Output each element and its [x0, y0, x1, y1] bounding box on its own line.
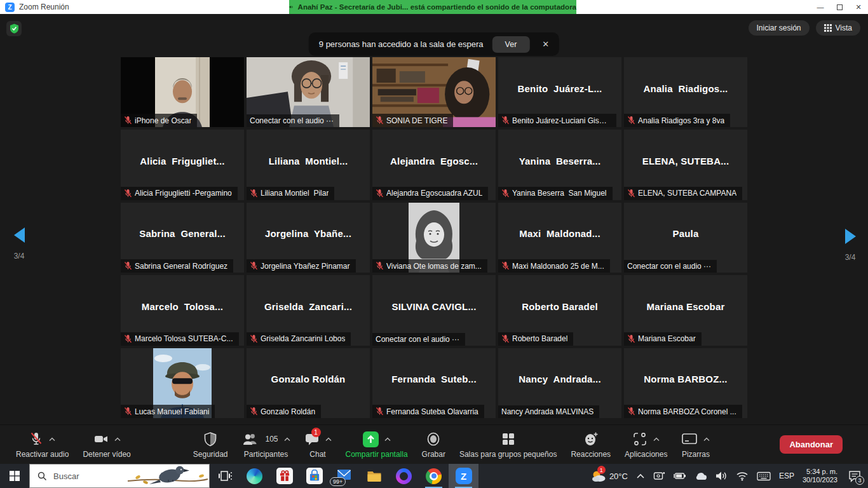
action-center-button[interactable]: 3 [841, 464, 868, 488]
toast-view-button[interactable]: Ver [492, 36, 530, 53]
participant-tile[interactable]: Gonzalo Roldán Gonzalo Roldán [247, 348, 370, 418]
participant-tile[interactable]: Roberto Baradel Roberto Baradel [498, 275, 621, 345]
reactions-button[interactable]: Reacciones [571, 431, 611, 459]
participant-tile[interactable]: Viviana Ote lomas de zam... [372, 203, 496, 273]
search-input[interactable] [53, 471, 130, 481]
minimize-button[interactable]: — [811, 0, 830, 14]
touch-keyboard-button[interactable] [757, 471, 771, 481]
chrome-app-button[interactable] [419, 464, 449, 488]
search-icon [37, 471, 47, 481]
wifi-status[interactable] [736, 471, 749, 481]
record-label: Grabar [422, 450, 445, 459]
chevron-up-icon[interactable] [49, 437, 55, 442]
chevron-up-icon[interactable] [703, 437, 710, 442]
gift-app-button[interactable] [269, 464, 299, 488]
prev-page-button[interactable] [14, 227, 25, 243]
participant-tile[interactable]: Norma BARBOZ... Norma BARBOZA Coronel ..… [624, 348, 747, 418]
participant-tile[interactable]: Analia Riadigos... Analia Riadigos 3ra y… [624, 57, 747, 127]
chevron-up-icon[interactable] [284, 437, 290, 442]
whiteboards-button[interactable]: Pizarras [681, 431, 710, 459]
share-screen-button[interactable]: Compartir pantalla [346, 431, 408, 459]
office-app-button[interactable] [389, 464, 419, 488]
participant-tile[interactable]: Paula Conectar con el audio ··· [624, 203, 747, 273]
chevron-up-icon[interactable] [325, 437, 332, 442]
whiteboard-icon [681, 432, 698, 446]
onedrive-status[interactable] [695, 471, 707, 481]
apps-button[interactable]: Aplicaciones [625, 431, 667, 459]
participant-tile[interactable]: Conectar con el audio ··· [247, 57, 370, 127]
file-explorer-button[interactable] [359, 464, 389, 488]
tray-overflow-button[interactable] [636, 473, 645, 479]
participant-tile[interactable]: Alicia Frigugliet... Alicia Friguglietti… [121, 130, 244, 200]
chat-label: Chat [309, 450, 325, 459]
edge-icon [247, 468, 262, 484]
view-button[interactable]: Vista [816, 20, 860, 36]
participant-tile[interactable]: Alejandra Egosc... Alejandra Egoscuadra … [372, 130, 496, 200]
participant-tile[interactable]: Liliana Montiel... Liliana Montiel Pilar [247, 130, 370, 200]
participant-name: Maxi Maldonad... [498, 228, 621, 239]
participant-tile[interactable]: Yanina Beserra... Yanina Beserra San Mig… [498, 130, 621, 200]
participant-tile[interactable]: Maxi Maldonad... Maxi Maldonado 25 de M.… [498, 203, 621, 273]
chevron-up-icon[interactable] [653, 437, 660, 442]
start-button[interactable] [0, 464, 29, 488]
security-button[interactable]: Seguridad [193, 431, 228, 459]
participant-tile[interactable]: iPhone de Oscar [121, 57, 244, 127]
battery-status[interactable] [674, 471, 686, 481]
participant-tile[interactable]: Griselda Zancari... Griselda Zancarini L… [247, 275, 370, 345]
participant-label-text: SONIA DE TIGRE [386, 116, 447, 125]
cloud-icon [695, 471, 707, 481]
muted-mic-icon [376, 261, 384, 271]
language-indicator[interactable]: ESP [779, 471, 794, 480]
signin-button[interactable]: Iniciar sesión [749, 20, 810, 36]
breakout-rooms-icon [501, 432, 515, 446]
participant-name: Alicia Frigugliet... [121, 155, 244, 166]
task-view-button[interactable] [210, 464, 240, 488]
participant-tile[interactable]: SONIA DE TIGRE [372, 57, 496, 127]
audio-share-banner[interactable]: Anahí Paz - Secretaría de Jubi... está c… [289, 0, 576, 14]
mail-app-button[interactable]: 99+ [329, 464, 359, 488]
participant-tile[interactable]: Benito Juárez-L... Benito Juárez-Luciani… [498, 57, 621, 127]
participant-label-text: Marcelo Tolosa SUTEBA-C... [135, 334, 233, 343]
muted-mic-icon [501, 189, 510, 198]
unmute-label: Reactivar audio [16, 450, 69, 459]
notifications-badge: 3 [855, 476, 864, 485]
participant-tile[interactable]: SILVINA CAVIGL... Conectar con el audio … [372, 275, 496, 345]
record-button[interactable]: Grabar [422, 431, 445, 459]
participant-tile[interactable]: Lucas Manuel Fabiani [121, 348, 244, 418]
taskbar-search[interactable] [29, 464, 210, 488]
participant-tile[interactable]: Sabrina General... Sabrina General Rodrí… [121, 203, 244, 273]
participant-tile[interactable]: Marcelo Tolosa... Marcelo Tolosa SUTEBA-… [121, 275, 244, 345]
participant-tile[interactable]: Mariana Escobar Mariana Escobar [624, 275, 747, 345]
chevron-up-icon[interactable] [384, 437, 391, 442]
store-app-button[interactable] [299, 464, 329, 488]
participant-tile[interactable]: ELENA, SUTEBA... ELENA, SUTEBA CAMPANA [624, 130, 747, 200]
participant-label-text: Lucas Manuel Fabiani [135, 407, 209, 416]
leave-button[interactable]: Abandonar [780, 435, 843, 454]
chevron-up-icon[interactable] [114, 437, 121, 442]
weather-widget[interactable]: 1 20°C [590, 468, 628, 484]
participant-tile[interactable]: Jorgelina Ybañe... Jorgelina Ybañez Pina… [247, 203, 370, 273]
breakout-rooms-button[interactable]: Salas para grupos pequeños [459, 431, 557, 459]
reactions-label: Reacciones [571, 450, 611, 459]
close-button[interactable]: ✕ [849, 0, 868, 14]
unmute-button[interactable]: Reactivar audio [16, 431, 69, 459]
participant-label-text: Roberto Baradel [512, 334, 567, 343]
share-screen-label: Compartir pantalla [346, 450, 408, 459]
toast-close-icon[interactable]: ✕ [538, 39, 553, 49]
participant-tile[interactable]: Nancy Andrada... Nancy Andrada MALVINAS [498, 348, 621, 418]
participant-label: ELENA, SUTEBA CAMPANA [624, 187, 742, 200]
security-shield-button[interactable] [6, 21, 22, 36]
maximize-button[interactable] [830, 0, 849, 14]
chat-button[interactable]: 1 Chat [304, 431, 332, 459]
stop-video-button[interactable]: Detener vídeo [83, 431, 130, 459]
participants-button[interactable]: 105 Participantes [242, 431, 290, 459]
participant-tile[interactable]: Fernanda Suteb... Fernanda Suteba Olavar… [372, 348, 496, 418]
edge-app-button[interactable] [240, 464, 269, 488]
next-page-button[interactable] [845, 229, 856, 244]
muted-mic-icon [501, 116, 510, 125]
zoom-app-button[interactable]: Z [449, 464, 478, 488]
volume-control[interactable] [715, 471, 728, 481]
clock[interactable]: 5:34 p. m. 30/10/2023 [803, 468, 837, 485]
meet-now-button[interactable] [653, 471, 665, 482]
participant-label-text: Griselda Zancarini Lobos [261, 334, 345, 343]
